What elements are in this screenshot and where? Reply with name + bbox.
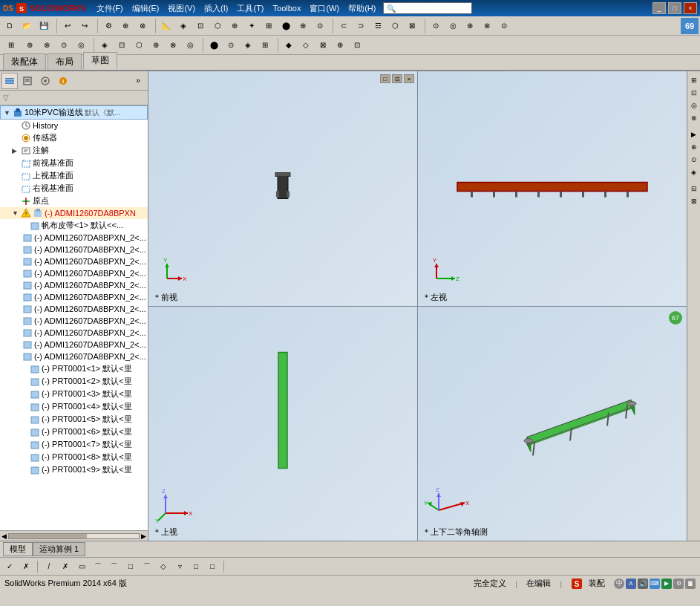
tree-item-prt3[interactable]: (-) PRT0001<3> 默认<里 bbox=[0, 388, 148, 400]
tab-assembly[interactable]: 装配体 bbox=[3, 53, 46, 70]
pattern-btn[interactable]: ⊙ bbox=[56, 37, 72, 53]
tool8[interactable]: ✦ bbox=[243, 18, 260, 34]
tool14[interactable]: ⊃ bbox=[353, 18, 369, 34]
tool18[interactable]: ⊙ bbox=[428, 18, 444, 34]
mate-btn[interactable]: ⊗ bbox=[39, 37, 55, 53]
cmd-box[interactable]: □ bbox=[124, 560, 137, 573]
open-button[interactable]: 📂 bbox=[19, 18, 35, 34]
tree-item-admi-sub-3[interactable]: (-) ADMI12607DA8BPXN_2<... bbox=[0, 255, 148, 267]
tree-item-admi-sub-11[interactable]: (-) ADMI12607DA8BPXN_2<... bbox=[0, 351, 148, 362]
view-btn2[interactable]: ⊡ bbox=[114, 37, 130, 53]
tool11[interactable]: ⊕ bbox=[295, 18, 311, 34]
tool7[interactable]: ⊕ bbox=[226, 18, 243, 34]
tree-item-belt[interactable]: 帆布皮带<1> 默认<<... bbox=[0, 219, 148, 232]
tool10[interactable]: ⬤ bbox=[278, 18, 294, 34]
tool2[interactable]: ⊗ bbox=[134, 18, 151, 34]
tool1[interactable]: ⊕ bbox=[117, 18, 134, 34]
rt-btn-8[interactable]: ◈ bbox=[688, 166, 700, 178]
feature-tree-btn[interactable] bbox=[1, 73, 18, 89]
front-view[interactable]: X Y □ ⊡ × ＊前视 bbox=[148, 71, 417, 306]
save-button[interactable]: 💾 bbox=[36, 18, 52, 34]
cmd-diamond[interactable]: ◇ bbox=[157, 560, 170, 573]
rt-btn-6[interactable]: ⊕ bbox=[688, 141, 700, 153]
btab-motion[interactable]: 运动算例 1 bbox=[33, 542, 85, 556]
tool23[interactable]: 69 bbox=[681, 18, 699, 34]
tree-item-admi-sub-7[interactable]: (-) ADMI12607DA8BPXN_2<... bbox=[0, 303, 148, 315]
redo-button[interactable]: ↪ bbox=[76, 18, 93, 34]
tree-item-admi-sub-1[interactable]: (-) ADMI12607DA8BPXN_2<... bbox=[0, 232, 148, 244]
display-btn2[interactable]: ⊙ bbox=[223, 37, 239, 53]
property-btn[interactable] bbox=[19, 73, 36, 89]
menu-toolbox[interactable]: Toolbox bbox=[269, 3, 306, 13]
btab-model[interactable]: 模型 bbox=[3, 542, 33, 556]
tree-item-prt8[interactable]: (-) PRT0001<8> 默认<里 bbox=[0, 451, 148, 463]
cmd-cancel[interactable]: ✗ bbox=[19, 560, 33, 573]
menu-insert[interactable]: 插入(I) bbox=[200, 2, 232, 15]
tool21[interactable]: ⊗ bbox=[479, 18, 495, 34]
explode-btn[interactable]: ◎ bbox=[73, 37, 89, 53]
view-btn6[interactable]: ◎ bbox=[182, 37, 198, 53]
scroll-right[interactable]: ▶ bbox=[141, 532, 146, 540]
tree-item-right-plane[interactable]: 右视基准面 bbox=[0, 182, 148, 195]
view-btn4[interactable]: ⊕ bbox=[148, 37, 164, 53]
rt-btn-4[interactable]: ⊗ bbox=[688, 112, 700, 124]
tree-item-admi-sub-10[interactable]: (-) ADMI12607DA8BPXN_2<... bbox=[0, 339, 148, 351]
rt-btn-1[interactable]: ⊞ bbox=[688, 74, 700, 86]
view-maximize-btn[interactable]: □ bbox=[380, 74, 390, 83]
tree-item-prt2[interactable]: (-) PRT0001<2> 默认<里 bbox=[0, 375, 148, 388]
tool5[interactable]: ⊡ bbox=[192, 18, 209, 34]
tab-layout[interactable]: 布局 bbox=[48, 53, 82, 70]
tree-item-prt5[interactable]: (-) PRT0001<5> 默认<里 bbox=[0, 413, 148, 426]
custom-btn[interactable]: i bbox=[55, 73, 71, 89]
menu-window[interactable]: 窗口(W) bbox=[305, 2, 344, 15]
panel-scroll-bar[interactable]: ◀ ▶ bbox=[0, 530, 148, 541]
tree-item-admi-main[interactable]: ▼ ! (-) ADMI12607DA8BPXN bbox=[0, 207, 148, 219]
cmd-x[interactable]: ✗ bbox=[59, 560, 72, 573]
tree-item-top-plane[interactable]: 上视基准面 bbox=[0, 169, 148, 182]
display-btn4[interactable]: ⊞ bbox=[257, 37, 273, 53]
tree-item-annotation[interactable]: ▶ 注解 bbox=[0, 144, 148, 157]
rebuild-button[interactable]: ⚙ bbox=[100, 18, 117, 34]
minimize-button[interactable]: _ bbox=[652, 2, 666, 14]
tree-item-history[interactable]: History bbox=[0, 120, 148, 131]
tree-item-prt1[interactable]: (-) PRT0001<1> 默认<里 bbox=[0, 362, 148, 375]
scroll-left[interactable]: ◀ bbox=[1, 532, 7, 540]
tree-item-admi-sub-4[interactable]: (-) ADMI12607DA8BPXN_2<... bbox=[0, 267, 148, 279]
tree-item-prt6[interactable]: (-) PRT0001<6> 默认<里 bbox=[0, 426, 148, 438]
rt-btn-5[interactable]: ▶ bbox=[688, 128, 700, 140]
close-button[interactable]: × bbox=[684, 2, 697, 14]
menu-edit[interactable]: 编辑(E) bbox=[128, 2, 164, 15]
rt-btn-10[interactable]: ⊠ bbox=[688, 195, 700, 207]
top-view[interactable]: X Z Y ＊上视 bbox=[148, 307, 417, 541]
display-btn7[interactable]: ⊠ bbox=[315, 37, 331, 53]
tree-root-item[interactable]: ▼ 10米PVC输送线 默认《默... bbox=[0, 105, 148, 120]
cmd-sq2[interactable]: □ bbox=[206, 560, 219, 573]
tool6[interactable]: ⬡ bbox=[209, 18, 226, 34]
rt-btn-7[interactable]: ⊙ bbox=[688, 154, 700, 166]
display-btn3[interactable]: ◈ bbox=[240, 37, 256, 53]
rt-btn-3[interactable]: ◎ bbox=[688, 100, 700, 111]
tree-item-prt7[interactable]: (-) PRT0001<7> 默认<里 bbox=[0, 438, 148, 451]
iso-view[interactable]: X Y Z bbox=[418, 307, 687, 541]
expand-panel-btn[interactable]: » bbox=[130, 73, 146, 89]
view-btn5[interactable]: ⊗ bbox=[165, 37, 181, 53]
tool22[interactable]: ⊙ bbox=[496, 18, 512, 34]
tree-item-front-plane[interactable]: 前视基准面 bbox=[0, 157, 148, 169]
tool3[interactable]: 📐 bbox=[158, 18, 174, 34]
new-button[interactable]: 🗋 bbox=[1, 18, 18, 34]
tab-sketch[interactable]: 草图 bbox=[83, 52, 117, 70]
scroll-thumb[interactable] bbox=[9, 534, 87, 538]
tree-item-origin[interactable]: 原点 bbox=[0, 195, 148, 207]
display-btn1[interactable]: ⬤ bbox=[206, 37, 222, 53]
tree-item-admi-sub-6[interactable]: (-) ADMI12607DA8BPXN_2<... bbox=[0, 291, 148, 303]
cmd-line[interactable]: / bbox=[42, 560, 56, 573]
cmd-curve[interactable]: ⌒ bbox=[140, 560, 154, 573]
restore-button[interactable]: □ bbox=[668, 2, 681, 14]
cmd-confirm[interactable]: ✓ bbox=[3, 560, 16, 573]
tool19[interactable]: ◎ bbox=[445, 18, 461, 34]
cmd-arc2[interactable]: ⌒ bbox=[108, 560, 121, 573]
config-btn[interactable] bbox=[37, 73, 53, 89]
search-input[interactable]: 🔍 bbox=[383, 2, 472, 14]
tool4[interactable]: ◈ bbox=[175, 18, 192, 34]
display-btn9[interactable]: ⊡ bbox=[349, 37, 365, 53]
